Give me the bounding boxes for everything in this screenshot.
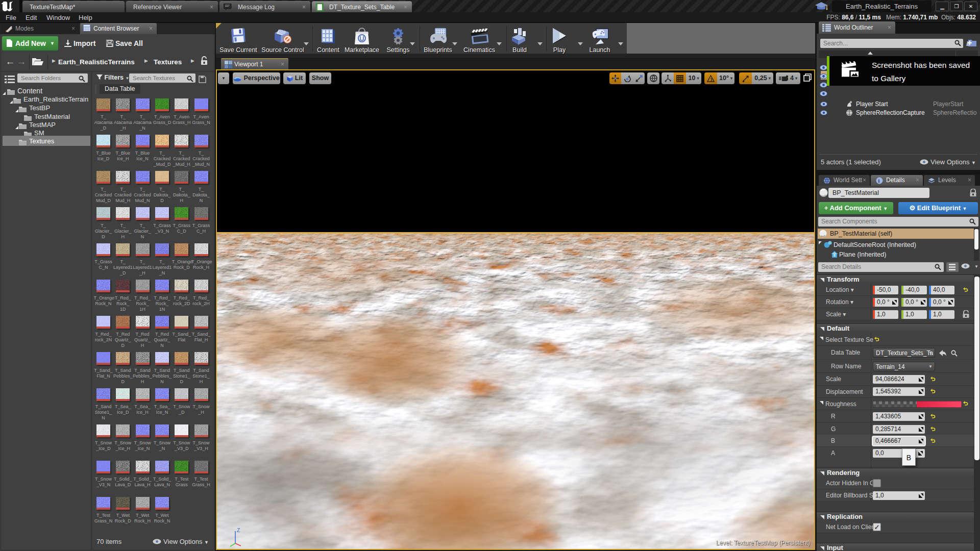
svg-text:Z: Z	[237, 528, 240, 533]
svg-text:i: i	[878, 178, 880, 184]
